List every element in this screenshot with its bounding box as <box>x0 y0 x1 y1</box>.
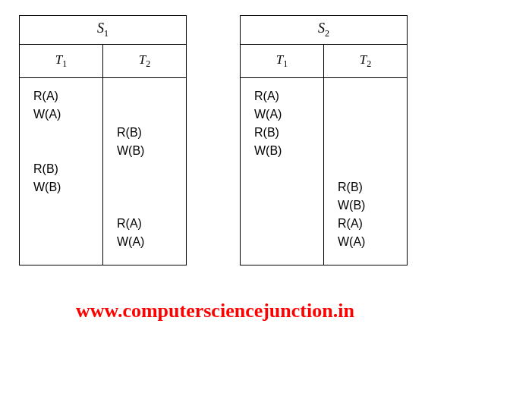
col-label: T <box>55 52 62 67</box>
op: W(B) <box>117 142 180 160</box>
op: R(A) <box>33 87 96 105</box>
schedule-s1-title-label: S <box>97 20 104 36</box>
op: W(A) <box>338 233 401 251</box>
schedules-container: S1 T1 T2 R(A) W(A) R(B) W(B) R(B) W(B) <box>19 15 521 265</box>
col-sub: 2 <box>367 58 371 69</box>
schedule-s1: S1 T1 T2 R(A) W(A) R(B) W(B) R(B) W(B) <box>19 15 187 265</box>
op: R(B) <box>338 178 401 196</box>
col-label: T <box>139 52 146 67</box>
schedule-s2-title: S2 <box>241 16 408 45</box>
schedule-s1-col1-ops: R(A) W(A) R(B) W(B) <box>20 77 103 265</box>
op: R(B) <box>254 124 317 142</box>
op: R(B) <box>33 160 96 178</box>
op: W(B) <box>338 196 401 215</box>
schedule-s2-col1-header: T1 <box>241 44 324 77</box>
col-label: T <box>360 52 367 67</box>
schedule-s1-col2-header: T2 <box>103 44 187 77</box>
op: W(A) <box>117 233 180 251</box>
col-sub: 1 <box>283 58 288 69</box>
op: W(B) <box>33 178 96 196</box>
op: W(A) <box>33 105 96 124</box>
schedule-s1-title: S1 <box>20 16 187 45</box>
schedule-s2: S2 T1 T2 R(A) W(A) R(B) W(B) R(B) W(B) <box>240 15 408 265</box>
schedule-s2-col2-header: T2 <box>324 44 408 77</box>
schedule-s1-col2-ops: R(B) W(B) R(A) W(A) <box>103 77 187 265</box>
op: R(A) <box>117 215 180 233</box>
op: W(A) <box>254 105 317 124</box>
schedule-s2-title-sub: 2 <box>325 28 329 39</box>
col-sub: 2 <box>146 58 150 69</box>
schedule-s1-col1-header: T1 <box>20 44 103 77</box>
schedule-s1-title-sub: 1 <box>104 28 109 39</box>
schedule-s2-col1-ops: R(A) W(A) R(B) W(B) <box>241 77 324 265</box>
col-sub: 1 <box>62 58 67 69</box>
op: R(A) <box>254 87 317 105</box>
schedule-s2-col2-ops: R(B) W(B) R(A) W(A) <box>324 77 408 265</box>
col-label: T <box>276 52 283 67</box>
watermark-link[interactable]: www.computersciencejunction.in <box>76 300 521 322</box>
op: R(A) <box>338 215 401 233</box>
op: R(B) <box>117 124 180 142</box>
op: W(B) <box>254 142 317 160</box>
schedule-s2-title-label: S <box>318 20 325 36</box>
